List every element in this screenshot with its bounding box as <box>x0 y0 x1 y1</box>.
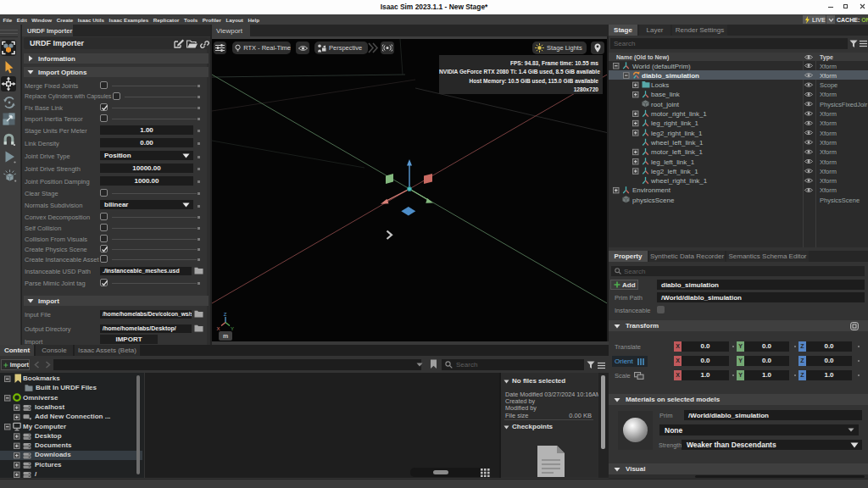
svg-text:X: X <box>217 326 220 331</box>
svg-text:Z: Z <box>224 312 227 317</box>
svg-text:Y: Y <box>231 326 234 331</box>
